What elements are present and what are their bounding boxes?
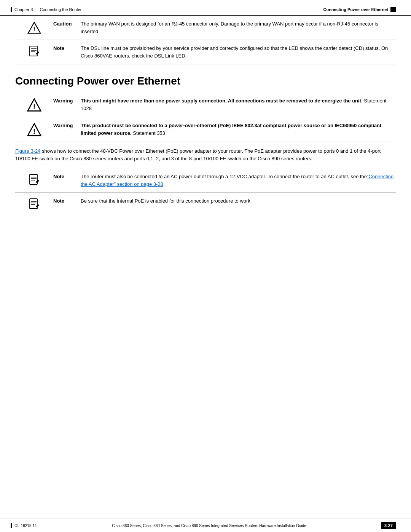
note-label-2: Note [53,173,81,179]
caution-notice: ! Caution The primary WAN port is design… [15,16,396,40]
warning-bold-2: This product must be connected to a powe… [81,123,381,136]
svg-text:!: ! [33,26,35,32]
note-label-1: Note [53,45,81,51]
doc-number: OL-16215-11 [14,524,37,528]
section-heading: Connecting Power over Ethernet [15,75,396,89]
note-icon-col-3 [15,197,53,210]
warning-label-1: Warning [53,97,81,104]
caution-text: The primary WAN port is designed for an … [81,20,396,35]
note-icon-1 [28,45,40,58]
body-text-rest: shows how to connect the 48-VDC Power ov… [15,148,381,161]
caution-icon: ! [27,21,41,35]
header-left: Chapter 3 Connecting the Router [11,7,82,12]
header-section-title: Connecting Power over Ethernet [323,7,388,12]
note-notice-3: Note Be sure that the internal PoE is en… [15,193,396,215]
note-notice-1: Note The DSL line must be provisioned by… [15,40,396,64]
note-label-3: Note [53,197,81,204]
warning-text-2: This product must be connected to a powe… [81,122,396,137]
warning-notice-1: ! Warning This unit might have more than… [15,93,396,117]
warning-icon-col-2: ! [15,122,53,137]
header-bar-left [11,7,12,12]
warning-icon-2: ! [27,123,41,137]
header-bar-right [390,7,396,12]
footer-bar-left [11,523,12,528]
note-text-after-link: . [163,181,165,187]
caution-label: Caution [53,20,81,27]
note-text-3: Be sure that the internal PoE is enabled… [81,197,396,205]
note-text-2: The router must also be connected to an … [81,173,396,188]
svg-text:!: ! [33,128,35,136]
footer-center: Cisco 860 Series, Cisco 880 Series, and … [37,524,381,528]
warning-icon-col-1: ! [15,97,53,112]
chapter-label: Chapter 3 [14,7,33,12]
warning-text-1: This unit might have more than one power… [81,97,396,112]
svg-text:!: ! [33,103,35,111]
page-header: Chapter 3 Connecting the Router Connecti… [0,0,411,16]
header-right: Connecting Power over Ethernet [323,7,396,12]
page-number: 3-27 [381,522,396,529]
note-icon-col-1 [15,45,53,58]
note-notice-2: Note The router must also be connected t… [15,168,396,193]
warning-notice-2: ! Warning This product must be connected… [15,117,396,142]
note-text-before-link: The router must also be connected to an … [81,174,367,179]
note-icon-2 [28,174,40,186]
warning-label-2: Warning [53,122,81,128]
svg-rect-2 [30,46,37,56]
chapter-title: Connecting the Router [40,7,81,12]
note-icon-col-2 [15,173,53,186]
figure-link[interactable]: Figure 3-24 [15,148,40,154]
caution-icon-col: ! [15,20,53,35]
page-footer: OL-16215-11 Cisco 860 Series, Cisco 880 … [0,519,411,532]
main-content: ! Caution The primary WAN port is design… [0,16,411,215]
warning-bold-1: This unit might have more than one power… [81,98,363,104]
footer-left: OL-16215-11 [11,523,37,528]
warning-icon-1: ! [27,98,41,112]
svg-rect-11 [30,174,37,184]
note-icon-3 [28,198,40,210]
warning-plain-2: Statement 353 [132,130,165,136]
body-paragraph: Figure 3-24 shows how to connect the 48-… [15,142,396,168]
footer-center-text: Cisco 860 Series, Cisco 880 Series, and … [112,524,306,528]
footer-right: 3-27 [381,522,396,529]
note-text-1: The DSL line must be provisioned by your… [81,45,396,59]
svg-rect-15 [30,199,37,209]
